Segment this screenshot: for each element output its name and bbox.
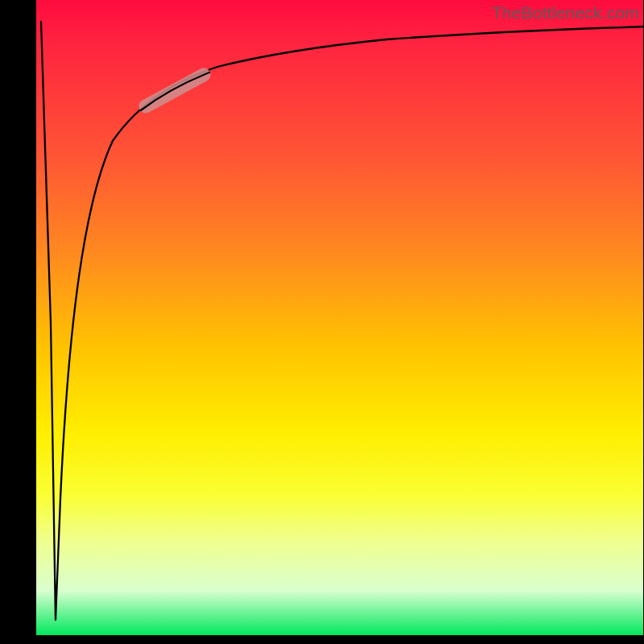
gradient-plot-area xyxy=(36,0,643,635)
watermark-text: TheBottleneck.com xyxy=(492,3,639,23)
chart-stage: TheBottleneck.com xyxy=(0,0,644,644)
frame-bottom xyxy=(0,635,644,644)
frame-left xyxy=(0,0,36,644)
